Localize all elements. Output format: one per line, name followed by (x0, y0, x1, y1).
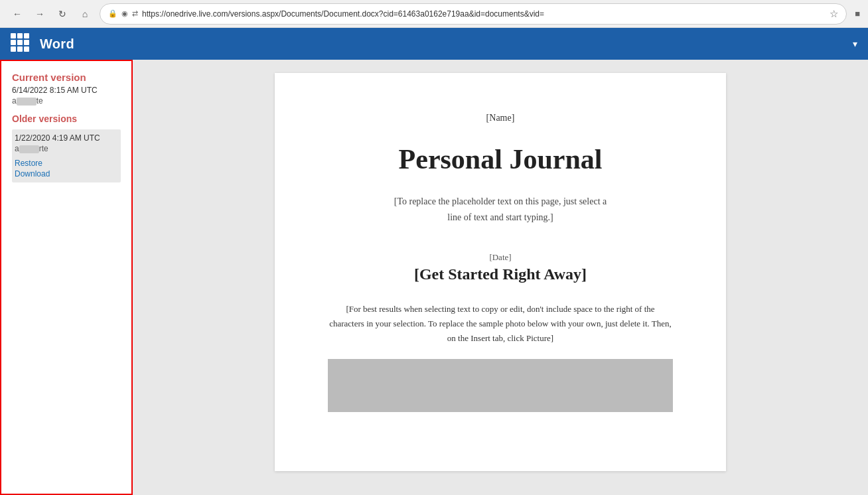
older-version-author: arte (15, 144, 118, 153)
older-versions-section: Older versions 1/22/2020 4:19 AM UTC art… (12, 113, 121, 182)
doc-title: Personal Journal (328, 143, 673, 175)
forward-button[interactable]: → (31, 5, 49, 23)
address-bar[interactable]: 🔒 ◉ ⇄ https://onedrive.live.com/versions… (100, 3, 847, 25)
document-page: [Name] Personal Journal [To replace the … (275, 73, 726, 471)
browser-chrome: ← → ↻ ⌂ 🔒 ◉ ⇄ https://onedrive.live.com/… (0, 0, 868, 28)
chevron-down-icon[interactable]: ▾ (853, 38, 857, 49)
app-title: Word (40, 36, 74, 52)
download-link[interactable]: Download (15, 169, 118, 178)
current-version-author: ate (12, 96, 121, 106)
app-bar: Word ▾ (0, 28, 868, 60)
redacted-name (17, 98, 36, 106)
home-button[interactable]: ⌂ (76, 5, 94, 23)
doc-date-placeholder: [Date] (328, 252, 673, 263)
older-version-item[interactable]: 1/22/2020 4:19 AM UTC arte Restore Downl… (12, 129, 121, 182)
doc-subtitle: [To replace the placeholder text on this… (328, 194, 673, 226)
document-area: [Name] Personal Journal [To replace the … (133, 60, 868, 495)
lock-icon: 🔒 (108, 9, 117, 18)
sidebar: Current version 6/14/2022 8:15 AM UTC at… (0, 60, 133, 495)
doc-name-placeholder: [Name] (328, 113, 673, 123)
restore-link[interactable]: Restore (15, 159, 118, 168)
doc-image-placeholder (328, 359, 673, 412)
main-layout: Current version 6/14/2022 8:15 AM UTC at… (0, 60, 868, 495)
shield-icon: ◉ (121, 9, 128, 18)
current-version-label: Current version (12, 72, 121, 83)
redacted-name-2 (19, 145, 39, 153)
older-version-date: 1/22/2020 4:19 AM UTC (15, 133, 118, 143)
app-bar-right: ▾ (853, 38, 857, 49)
current-version-date: 6/14/2022 8:15 AM UTC (12, 86, 121, 95)
current-version-section: Current version 6/14/2022 8:15 AM UTC at… (12, 72, 121, 106)
redirect-icon: ⇄ (132, 9, 138, 18)
bookmark-button[interactable]: ☆ (830, 8, 838, 20)
waffle-menu-button[interactable] (11, 33, 32, 54)
url-text: https://onedrive.live.com/versions.aspx/… (142, 9, 826, 19)
doc-section-title: [Get Started Right Away] (328, 265, 673, 283)
reload-button[interactable]: ↻ (53, 5, 72, 23)
doc-body-text: [For best results when selecting text to… (328, 302, 673, 346)
browser-shield-button[interactable]: ■ (855, 9, 860, 19)
back-button[interactable]: ← (8, 5, 27, 23)
nav-buttons: ← → ↻ ⌂ (8, 5, 94, 23)
older-versions-label: Older versions (12, 113, 121, 124)
